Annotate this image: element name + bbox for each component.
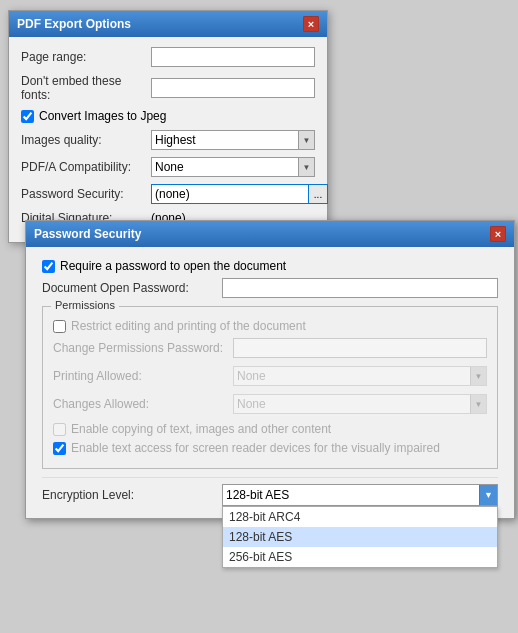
pdfa-label: PDF/A Compatibility: — [21, 160, 151, 174]
change-permissions-row: Change Permissions Password: — [53, 338, 487, 358]
convert-images-row: Convert Images to Jpeg — [21, 109, 315, 123]
changes-allowed-row: Changes Allowed: None ▼ — [53, 394, 487, 414]
change-permissions-input — [233, 338, 487, 358]
pdf-dialog-title: PDF Export Options — [17, 17, 131, 31]
password-dialog-body: Require a password to open the document … — [26, 247, 514, 518]
images-quality-label: Images quality: — [21, 133, 151, 147]
enable-copying-label: Enable copying of text, images and other… — [71, 422, 331, 436]
changes-allowed-select: None — [233, 394, 487, 414]
pdf-export-dialog: PDF Export Options × Page range: Don't e… — [8, 10, 328, 243]
encryption-level-select-wrapper: 128-bit AES ▼ 128-bit ARC4 128-bit AES 2… — [222, 484, 498, 506]
permissions-group-label: Permissions — [51, 299, 119, 311]
encryption-level-select[interactable]: 128-bit AES — [222, 484, 498, 506]
printing-allowed-label: Printing Allowed: — [53, 369, 233, 383]
password-security-input-wrapper: ... — [151, 184, 328, 204]
dont-embed-input[interactable] — [151, 78, 315, 98]
images-quality-select-wrapper: Highest ▼ — [151, 130, 315, 150]
printing-allowed-row: Printing Allowed: None ▼ — [53, 366, 487, 386]
password-dialog-title: Password Security — [34, 227, 141, 241]
page-range-label: Page range: — [21, 50, 151, 64]
restrict-editing-row: Restrict editing and printing of the doc… — [53, 319, 487, 333]
password-security-input[interactable] — [151, 184, 308, 204]
encryption-level-row: Encryption Level: 128-bit AES ▼ 128-bit … — [42, 477, 498, 506]
restrict-editing-checkbox[interactable] — [53, 320, 66, 333]
password-dialog-titlebar: Password Security × — [26, 221, 514, 247]
encryption-dropdown-list: 128-bit ARC4 128-bit AES 256-bit AES — [222, 506, 498, 568]
enable-copying-checkbox — [53, 423, 66, 436]
convert-images-label: Convert Images to Jpeg — [39, 109, 166, 123]
encryption-option-aes256[interactable]: 256-bit AES — [223, 547, 497, 567]
password-security-btn[interactable]: ... — [308, 184, 328, 204]
encryption-level-label: Encryption Level: — [42, 488, 222, 502]
pdfa-select-wrapper: None ▼ — [151, 157, 315, 177]
password-security-dialog: Password Security × Require a password t… — [25, 220, 515, 519]
pdf-dialog-body: Page range: Don't embed these fonts: Con… — [9, 37, 327, 242]
require-password-checkbox[interactable] — [42, 260, 55, 273]
dont-embed-label: Don't embed these fonts: — [21, 74, 151, 102]
encryption-option-arc4[interactable]: 128-bit ARC4 — [223, 507, 497, 527]
enable-screen-reader-checkbox[interactable] — [53, 442, 66, 455]
images-quality-row: Images quality: Highest ▼ — [21, 130, 315, 150]
open-password-row: Document Open Password: — [42, 278, 498, 298]
permissions-group: Permissions Restrict editing and printin… — [42, 306, 498, 469]
page-range-input[interactable] — [151, 47, 315, 67]
dont-embed-row: Don't embed these fonts: — [21, 74, 315, 102]
enable-copying-row: Enable copying of text, images and other… — [53, 422, 487, 436]
convert-images-checkbox[interactable] — [21, 110, 34, 123]
printing-allowed-select-wrapper: None ▼ — [233, 366, 487, 386]
require-password-label: Require a password to open the document — [60, 259, 286, 273]
restrict-editing-label: Restrict editing and printing of the doc… — [71, 319, 306, 333]
changes-allowed-select-wrapper: None ▼ — [233, 394, 487, 414]
password-security-row: Password Security: ... — [21, 184, 315, 204]
change-permissions-label: Change Permissions Password: — [53, 341, 233, 355]
page-range-row: Page range: — [21, 47, 315, 67]
images-quality-select[interactable]: Highest — [151, 130, 315, 150]
pdf-dialog-titlebar: PDF Export Options × — [9, 11, 327, 37]
require-password-row: Require a password to open the document — [42, 259, 498, 273]
pdfa-row: PDF/A Compatibility: None ▼ — [21, 157, 315, 177]
changes-allowed-label: Changes Allowed: — [53, 397, 233, 411]
open-password-input[interactable] — [222, 278, 498, 298]
password-security-label: Password Security: — [21, 187, 151, 201]
printing-allowed-select: None — [233, 366, 487, 386]
open-password-label: Document Open Password: — [42, 281, 222, 295]
enable-screen-reader-row: Enable text access for screen reader dev… — [53, 441, 487, 455]
pdf-dialog-close[interactable]: × — [303, 16, 319, 32]
pdfa-select[interactable]: None — [151, 157, 315, 177]
password-dialog-close[interactable]: × — [490, 226, 506, 242]
enable-screen-reader-label: Enable text access for screen reader dev… — [71, 441, 440, 455]
encryption-option-aes128[interactable]: 128-bit AES — [223, 527, 497, 547]
